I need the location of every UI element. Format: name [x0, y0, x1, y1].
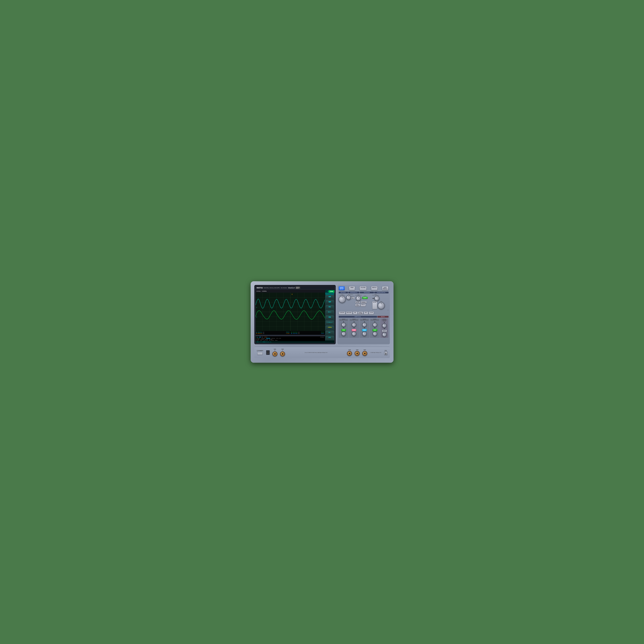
- normal-trigger-btn[interactable]: NORMAL: [361, 301, 367, 303]
- unit-btn[interactable]: 単位: [325, 305, 334, 310]
- setup-horizontal-btn[interactable]: SETUP: [372, 301, 377, 309]
- math-arrow-down[interactable]: ▼: [384, 328, 385, 329]
- ch4-offset-knob[interactable]: [373, 323, 377, 327]
- skew-btn[interactable]: ◇ スキュー: [325, 321, 334, 325]
- auto-setup-button[interactable]: AUTOSETUP: [339, 286, 345, 290]
- cal-connector-label: CAL: [385, 350, 387, 351]
- oscilloscope-body: IWATSU DIGITAL OSCILLOSCOPE DS-5424A Vie…: [251, 281, 394, 363]
- display-area: IWATSU DIGITAL OSCILLOSCOPE DS-5424A Vie…: [254, 285, 336, 344]
- delay-knob-group: DELAYPUSH ZERO DELAY ◀◀: [372, 294, 379, 301]
- page-indicator: (2/2): [325, 336, 334, 341]
- menu-close-btn[interactable]: MENUCLOSE: [358, 312, 363, 315]
- replay-icon[interactable]: [351, 297, 355, 299]
- ch4-btn[interactable]: CH4: [373, 329, 377, 331]
- adjust-knob-group: PUSHFINE / COARSE: [339, 294, 346, 303]
- ch1-bnc[interactable]: [272, 351, 277, 356]
- clear-btn[interactable]: CLEAR: [369, 312, 374, 315]
- ch1-arrow-up[interactable]: ▲: [343, 321, 344, 322]
- timebase-display: M 2ms: [257, 290, 261, 292]
- ch3-arrow-up[interactable]: ▲: [364, 321, 365, 322]
- convert-btn[interactable]: 変換: [325, 316, 334, 320]
- ch1-arrow-down[interactable]: ▼: [343, 327, 344, 329]
- run-stop-btn[interactable]: RUN /STOP: [355, 304, 360, 307]
- single-btn[interactable]: SINGLE: [360, 304, 366, 307]
- ch2-arrow-down[interactable]: ▼: [353, 327, 355, 329]
- ch4-connector-label: CH4: [356, 349, 358, 350]
- ch1-btn[interactable]: CH1: [341, 329, 346, 331]
- delay-nav-left: ◀◀: [372, 298, 374, 299]
- ch4-unit-labels: VmV: [374, 336, 376, 337]
- ch2-arrow-up[interactable]: ▲: [353, 321, 355, 322]
- ch1-vertical-group: OFFSETPUSH ZERO OFFSET ▲ ▼ CH1 VmV: [339, 318, 349, 338]
- ch2-offset-label: OFFSETPUSH ZERO OFFSET: [350, 319, 358, 321]
- help-btn[interactable]: HELP: [364, 312, 368, 315]
- second-buttons-row: CURSORS MEASURE REF MENUCLOSE HELP CLEAR: [339, 312, 389, 315]
- ch3-arrow-down[interactable]: ▼: [364, 327, 365, 329]
- trigger-level-knob[interactable]: [356, 296, 361, 301]
- print-button[interactable]: PRINT: [349, 286, 355, 290]
- setup-trigger-btn[interactable]: SETUP: [355, 301, 360, 303]
- time-value-btn[interactable]: ↑0.00ns: [325, 326, 334, 331]
- edge-info: Edge: [256, 337, 258, 338]
- volt-btn[interactable]: ボルト: [325, 310, 334, 315]
- series-label: ViewGoⅡ: [288, 287, 295, 289]
- ch3-vertical-group: OFFSETPUSH ZERO OFFSET ▲ ▼ CH3 VmV: [359, 318, 370, 338]
- measure-btn[interactable]: MEASURE: [346, 312, 352, 315]
- ch2-btn[interactable]: CH2: [352, 329, 356, 331]
- adjust-knob[interactable]: [339, 296, 346, 303]
- power-button[interactable]: [257, 352, 263, 355]
- intensity-section-label: INTENSITY: [348, 292, 359, 293]
- horizontal-section-label: HORIZONTAL: [374, 292, 388, 293]
- ch4-arrow-up[interactable]: ▲: [374, 321, 376, 322]
- ch4-bnc[interactable]: [355, 351, 360, 356]
- ch3-volts-knob[interactable]: [362, 332, 367, 336]
- horizontal-group: DELAYPUSH ZERO DELAY ◀◀ SETUP ZOOM: [372, 294, 389, 311]
- utilities-button[interactable]: UTILITIES: [359, 286, 367, 290]
- meas-a-label: Maximum: [258, 332, 262, 333]
- math-arrow-up[interactable]: ▲: [384, 322, 385, 323]
- meas-b-value: 157mV: [321, 332, 324, 333]
- seconds-label: s: [372, 310, 373, 311]
- svg-text:T: T: [292, 294, 293, 295]
- display-button[interactable]: DISPLAY: [371, 286, 378, 290]
- ch1-connector-label: CH1X: [274, 349, 276, 351]
- math-offset-knob[interactable]: [382, 323, 387, 328]
- front-panel-bottom: ⏻ POWER I CH1X CH2Y ⚠ ALL CH INPUTS 50Ω: [254, 347, 390, 358]
- zoom-knob[interactable]: [378, 302, 385, 309]
- ch2-offset-knob[interactable]: [352, 323, 356, 327]
- ch3-bnc[interactable]: [347, 351, 352, 356]
- save-recall-button[interactable]: SAVE /RECALL: [382, 286, 388, 290]
- ext-bnc[interactable]: [362, 351, 367, 356]
- delay-label: DELAYPUSH ZERO DELAY: [372, 294, 379, 296]
- next-btn[interactable]: 次へ: [325, 331, 334, 336]
- main-controls-row: PUSHFINE / COARSE PUSH REPLAY REPLAY: [339, 294, 389, 311]
- math-btn[interactable]: MATH: [382, 330, 387, 332]
- meas-b-label: Peak-Peak: [293, 332, 297, 333]
- ch4-arrow-down[interactable]: ▼: [374, 327, 376, 329]
- ch3-btn[interactable]: CH3: [362, 329, 367, 331]
- math-volts-knob[interactable]: [382, 332, 387, 337]
- type-label: DIGITAL OSCILLOSCOPE: [264, 287, 280, 289]
- ch1-empty: Empty: [256, 340, 259, 341]
- ch1-connector-group: CH1X: [272, 349, 277, 356]
- ch3-unit-labels: VmV: [363, 336, 366, 337]
- cursors-btn[interactable]: CURSORS: [339, 312, 345, 315]
- adjust-section-label: ADJUST: [339, 292, 348, 293]
- coarse-btn[interactable]: 粗調: [325, 295, 334, 300]
- ch3-offset-label: OFFSETPUSH ZERO OFFSET: [360, 319, 369, 321]
- measurement-overlay: ▶ Maximum val 78.6mV ▶ Peak-Peak val 157…: [256, 331, 325, 335]
- intensity-knob[interactable]: [346, 295, 351, 300]
- ch1-offset-knob[interactable]: [342, 323, 346, 327]
- delay-knob[interactable]: [374, 296, 379, 301]
- math-section-label: MATH: [377, 316, 389, 318]
- fine-btn[interactable]: 微調: [325, 300, 334, 305]
- ch1-volts-knob[interactable]: [342, 332, 346, 336]
- ref-btn[interactable]: REF: [353, 312, 358, 315]
- ch3-offset-knob[interactable]: [362, 323, 367, 327]
- ch2-bnc[interactable]: [280, 351, 285, 356]
- cal-connector[interactable]: [384, 352, 388, 355]
- usb-port[interactable]: [266, 350, 270, 355]
- trigger-auto-btn[interactable]: AUTO: [362, 297, 368, 299]
- ch2-volts-knob[interactable]: [352, 332, 356, 336]
- ch4-volts-knob[interactable]: [373, 332, 377, 336]
